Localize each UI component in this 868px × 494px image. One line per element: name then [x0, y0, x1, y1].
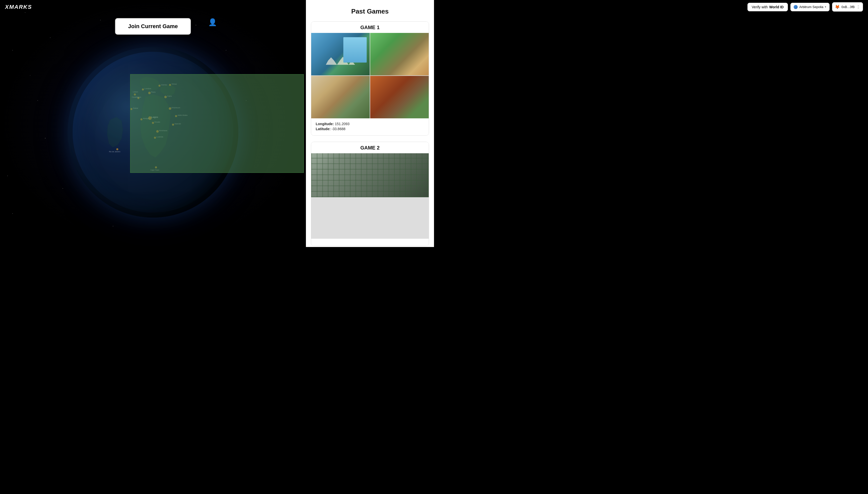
- logo: XMARKS: [5, 4, 32, 10]
- game-1-info: Longitude: 151.2093 Latitude: -33.8688: [311, 118, 429, 135]
- svg-text:Rio de Janeiro: Rio de Janeiro: [109, 151, 120, 153]
- user-profile-button[interactable]: 👤: [208, 18, 217, 26]
- main-layout: Join Current Game 👤 Paris: [0, 0, 434, 247]
- join-current-game-button[interactable]: Join Current Game: [115, 18, 191, 35]
- game-card-2[interactable]: GAME 2: [311, 142, 429, 246]
- game-1-image-2: [370, 33, 429, 75]
- game-1-latitude: Latitude: -33.8688: [316, 127, 424, 131]
- header: XMARKS Verify with World ID Arbitrum Sep…: [0, 0, 434, 14]
- game-2-info: [311, 239, 429, 246]
- game-2-title: GAME 2: [311, 142, 429, 153]
- game-2-images: [311, 153, 429, 239]
- game-1-longitude: Longitude: 151.2093: [316, 122, 424, 126]
- logo-text: XMARKS: [5, 4, 32, 10]
- right-panel: Past Games GAME 1 Longitude: 151.2093 La…: [306, 0, 434, 247]
- svg-point-26: [116, 148, 118, 150]
- game-1-images: [311, 33, 429, 118]
- game-1-image-4: [370, 76, 429, 118]
- user-icon: 👤: [208, 18, 217, 26]
- game-1-title: GAME 1: [311, 22, 429, 33]
- game-card-1[interactable]: GAME 1 Longitude: 151.2093 Latitude: -33…: [311, 21, 429, 136]
- join-btn-label: Join Current Game: [128, 23, 178, 30]
- game-1-image-1: [311, 33, 370, 75]
- game-2-image-aerial: [311, 153, 429, 197]
- game-1-image-3: [311, 76, 370, 118]
